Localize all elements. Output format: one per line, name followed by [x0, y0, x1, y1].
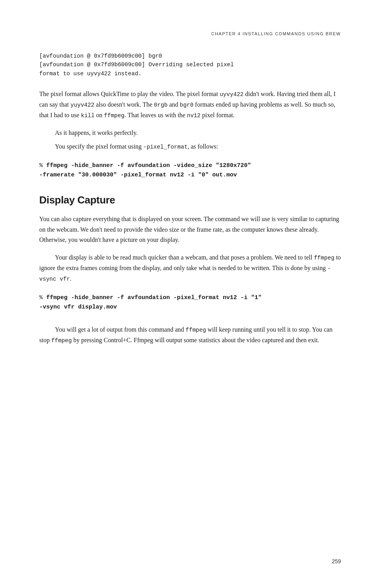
paragraph-display-capture-1: You can also capture everything that is …	[39, 214, 341, 245]
code-line-1: [avfoundation @ 0x7fd9b6009c00] bgr0	[39, 52, 341, 60]
paragraph-output-info: You will get a lot of output from this c…	[39, 325, 341, 346]
command2-text: ffmpeg -hide_banner -f avfoundation -pix…	[39, 294, 262, 310]
code-line-3: format to use uyvy422 instead.	[39, 69, 341, 78]
chapter-header-text: CHAPTER 4 INSTALLING COMMANDS USING BREW	[211, 31, 341, 36]
paragraph-display-capture-2: Your display is able to be read much qui…	[39, 252, 341, 284]
inline-code-pixel-format: -pixel_format	[143, 144, 188, 150]
inline-code-nv12: nv12	[187, 113, 200, 119]
inline-code-0rgb: 0rgb	[154, 102, 168, 108]
chapter-header: CHAPTER 4 INSTALLING COMMANDS USING BREW	[39, 31, 341, 36]
inline-code-uyvy422: uyvy422	[220, 91, 244, 98]
inline-code-ffmpeg4: ffmpeg	[51, 338, 72, 344]
command-block-2: % ffmpeg -hide_banner -f avfoundation -p…	[39, 293, 341, 312]
inline-code-vsync: -vsync vfr	[39, 265, 331, 282]
inline-code-ffmpeg1: ffmpeg	[104, 113, 124, 119]
command1-percent: %	[39, 162, 46, 169]
inline-code-bgr0: bgr0	[180, 102, 193, 108]
section-heading-display-capture: Display Capture	[39, 194, 341, 206]
page: CHAPTER 4 INSTALLING COMMANDS USING BREW…	[0, 0, 388, 588]
paragraph-pixel-format: The pixel format allows QuickTime to pla…	[39, 89, 341, 121]
command1-text: ffmpeg -hide_banner -f avfoundation -vid…	[39, 162, 251, 178]
inline-code-kill: kill	[81, 113, 95, 119]
command-block-1: % ffmpeg -hide_banner -f avfoundation -v…	[39, 161, 341, 180]
page-number: 259	[332, 558, 341, 564]
command2-percent: %	[39, 294, 46, 301]
code-block-top: [avfoundation @ 0x7fd9b6009c00] bgr0 [av…	[39, 52, 341, 78]
code-line-2: [avfoundation @ 0x7fd9b6009c00] Overridi…	[39, 60, 341, 69]
line-specify-pixel-format: You specify the pixel format using -pixe…	[39, 142, 341, 152]
inline-code-ffmpeg2: ffmpeg	[314, 255, 334, 261]
inline-code-yuyv422: yuyv422	[71, 102, 95, 108]
inline-code-ffmpeg3: ffmpeg	[186, 327, 206, 333]
line-works-perfectly: As it happens, it works perfectly.	[39, 128, 341, 138]
